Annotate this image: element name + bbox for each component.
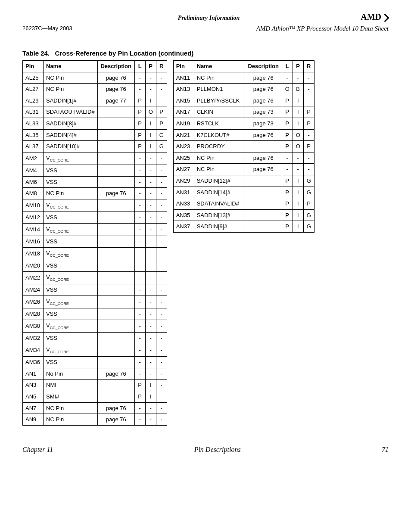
td-r: P (303, 118, 314, 129)
td-desc: page 76 (97, 402, 134, 414)
td-name: VSS (44, 333, 98, 344)
td-name: VCC_CORE (44, 271, 98, 284)
td-desc: page 76 (245, 164, 282, 175)
td-p: - (145, 284, 156, 296)
td-p: I (145, 141, 156, 152)
td-name: VCC_CORE (44, 296, 98, 308)
td-desc (97, 333, 134, 344)
td-desc (97, 106, 134, 118)
td-l: P (282, 187, 293, 198)
td-p: O (145, 106, 156, 118)
td-desc (97, 152, 134, 165)
td-name: SMI# (44, 391, 98, 403)
td-p: I (145, 129, 156, 141)
th-desc: Description (245, 61, 282, 72)
td-desc: page 76 (245, 95, 282, 106)
td-pin: AL29 (23, 95, 44, 106)
td-desc (97, 129, 134, 141)
td-desc (245, 198, 282, 210)
td-name: VSS (44, 165, 98, 177)
td-l: P (134, 95, 145, 106)
td-pin: AM6 (23, 176, 44, 188)
td-pin: AN17 (173, 106, 194, 118)
th-p: P (145, 61, 156, 72)
td-r: - (156, 188, 167, 199)
td-r: - (156, 152, 167, 165)
td-r: - (156, 176, 167, 188)
table-row: AM30VCC_CORE--- (23, 320, 167, 332)
td-desc: page 76 (245, 129, 282, 141)
brand-logo: AMD (361, 12, 389, 22)
td-desc: page 73 (245, 106, 282, 118)
td-p: - (145, 333, 156, 344)
th-p: P (293, 61, 303, 72)
td-desc (97, 296, 134, 308)
td-pin: AN5 (23, 391, 44, 403)
td-desc (97, 199, 134, 212)
td-name: VSS (44, 308, 98, 320)
td-l: P (134, 380, 145, 391)
td-name: VCC_CORE (44, 344, 98, 356)
table-row: AM14VCC_CORE--- (23, 223, 167, 236)
table-row: AL31SDATAOUTVALID#POP (23, 106, 167, 118)
td-r: - (156, 380, 167, 391)
td-pin: AN31 (173, 187, 194, 198)
td-l: - (134, 84, 145, 95)
td-p: I (145, 391, 156, 403)
table-row: AN9NC Pinpage 76--- (23, 414, 167, 426)
td-l: - (134, 260, 145, 272)
td-name: SADDIN[10]# (44, 141, 98, 152)
td-l: - (134, 176, 145, 188)
td-p: - (293, 72, 303, 84)
td-r: - (156, 247, 167, 260)
td-r: P (156, 106, 167, 118)
td-desc (97, 176, 134, 188)
table-row: AM22VCC_CORE--- (23, 271, 167, 284)
td-r: P (303, 198, 314, 210)
td-name: PLLBYPASSCLK (194, 95, 245, 106)
page-header: Preliminary Information AMD (22, 12, 389, 22)
td-p: - (145, 260, 156, 272)
td-name: SADDIN[1]# (44, 95, 98, 106)
td-p: - (145, 247, 156, 260)
td-p: - (145, 152, 156, 165)
td-r: - (156, 391, 167, 403)
td-pin: AM24 (23, 284, 44, 296)
td-l: - (282, 164, 293, 175)
table-header-row: Pin Name Description L P R (23, 61, 167, 72)
td-desc (97, 118, 134, 129)
td-l: - (134, 247, 145, 260)
td-name: No Pin (44, 368, 98, 380)
td-pin: AL31 (23, 106, 44, 118)
td-desc: page 76 (245, 72, 282, 84)
td-p: I (293, 209, 303, 221)
td-p: - (145, 357, 156, 368)
th-desc: Description (97, 61, 134, 72)
caption-prefix: Table 24. (22, 50, 50, 57)
td-l: P (282, 129, 293, 141)
td-name: VSS (44, 260, 98, 272)
brand-arrow-icon (381, 13, 389, 22)
th-pin: Pin (173, 61, 194, 72)
td-r: - (303, 129, 314, 141)
td-p: - (145, 72, 156, 84)
table-row: AN17CLKINpage 73PIP (173, 106, 314, 118)
td-l: P (134, 141, 145, 152)
td-desc (97, 165, 134, 177)
td-l: - (282, 152, 293, 164)
page-footer: Chapter 11 Pin Descriptions 71 (22, 443, 389, 454)
td-name: VCC_CORE (44, 247, 98, 260)
table-row: AN33SDATAINVALID#PIP (173, 198, 314, 210)
table-row: AN11NC Pinpage 76--- (173, 72, 314, 84)
td-p: I (293, 198, 303, 210)
td-pin: AN37 (173, 221, 194, 233)
td-r: - (156, 357, 167, 368)
td-name: SADDIN[4]# (44, 129, 98, 141)
td-pin: AM28 (23, 308, 44, 320)
td-desc (245, 209, 282, 221)
td-l: - (134, 165, 145, 177)
footer-page: 71 (382, 446, 389, 454)
td-l: - (134, 296, 145, 308)
td-r: - (156, 84, 167, 95)
td-name: NC Pin (194, 164, 245, 175)
